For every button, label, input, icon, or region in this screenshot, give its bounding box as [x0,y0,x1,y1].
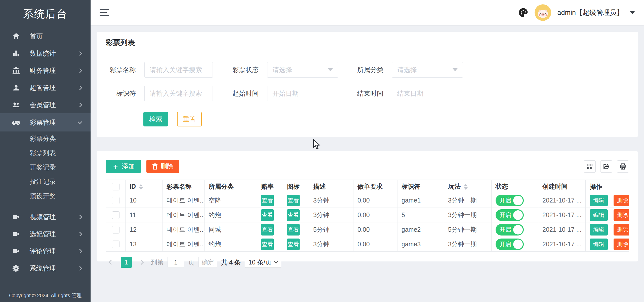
delete-button[interactable]: 删除 [614,239,629,250]
row-checkbox[interactable] [112,226,119,233]
edit-button[interactable]: 编辑 [590,209,608,221]
sidebar-item-finance[interactable]: 财务管理 [0,62,91,79]
trash-icon [152,163,158,170]
end-date-input[interactable] [392,86,463,101]
row-checkbox[interactable] [112,241,119,248]
cell-name: 데이트 이벤... [163,237,205,252]
reset-button[interactable]: 重置 [177,112,202,126]
status-toggle[interactable]: 开启 [496,239,524,250]
view-icon-button[interactable]: 查看 [287,195,300,206]
category-select[interactable]: 请选择 [392,62,463,78]
status-toggle[interactable]: 开启 [496,195,524,206]
batch-delete-button[interactable]: 删除 [146,160,179,173]
theme-palette-icon[interactable] [518,7,529,18]
row-checkbox[interactable] [112,211,119,219]
chevron-right-icon [77,266,82,271]
toggle-knob [513,210,523,220]
current-page-button[interactable]: 1 [121,257,132,268]
username-text[interactable]: admin【超级管理员】 [557,8,623,17]
view-odds-button[interactable]: 查看 [261,209,274,221]
sidebar-item-system[interactable]: 系统管理 [0,260,91,277]
sidebar-item-lottery[interactable]: 彩票管理 [0,113,91,131]
table-header-row: ID 彩票名称 所属分类 赔率 图标 描述 做单要求 标识符 玩法 状态 创建时… [106,180,629,193]
sidebar-item-statistics[interactable]: 数据统计 [0,45,91,62]
chevron-right-icon [77,51,82,56]
category-label: 所属分类 [353,65,383,74]
col-header-icon: 图标 [283,180,309,193]
view-icon-button[interactable]: 查看 [287,239,300,250]
goto-page-input[interactable] [168,257,184,268]
prev-page-button[interactable] [106,257,117,268]
sort-icon[interactable] [139,184,143,190]
col-header-id[interactable]: ID [126,180,163,193]
lottery-table: ID 彩票名称 所属分类 赔率 图标 描述 做单要求 标识符 玩法 状态 创建时… [106,180,629,252]
page-size-select[interactable]: 10 条/页 [245,257,281,268]
edit-button[interactable]: 编辑 [590,239,608,250]
chevron-down-icon [77,119,82,124]
view-icon-button[interactable]: 查看 [287,224,300,236]
cell-desc: 3分钟 [309,237,353,252]
bar-chart-icon [11,48,21,58]
lottery-name-input[interactable] [144,62,213,78]
sidebar-item-concubine[interactable]: 选妃管理 [0,225,91,243]
printer-icon [620,163,626,170]
delete-button[interactable]: 删除 [614,224,629,236]
sidebar-item-video[interactable]: 视频管理 [0,208,91,225]
export-button[interactable] [600,160,612,173]
sidebar-item-members[interactable]: 会员管理 [0,96,91,113]
view-odds-button[interactable]: 查看 [261,224,274,236]
print-button[interactable] [617,160,629,173]
cell-name: 데이트 이벤... [163,193,205,208]
sidebar-item-lottery-category[interactable]: 彩票分类 [0,131,91,146]
edit-button[interactable]: 编辑 [590,224,608,236]
sidebar-item-comments[interactable]: 评论管理 [0,243,91,260]
code-input[interactable] [144,86,213,101]
user-menu-caret-icon[interactable] [630,11,635,14]
edit-button[interactable]: 编辑 [590,195,608,206]
sidebar-item-preset-draw[interactable]: 预设开奖 [0,189,91,203]
user-avatar[interactable] [535,4,551,21]
table-card: ＋ 添加 删除 [97,151,638,261]
table-toolbar: ＋ 添加 删除 [106,160,629,173]
status-toggle[interactable]: 开启 [496,209,524,221]
col-header-play[interactable]: 玩法 [444,180,492,193]
view-icon-button[interactable]: 查看 [287,209,300,221]
user-icon [11,83,21,93]
select-all-checkbox[interactable] [112,183,119,190]
search-button[interactable]: 检索 [143,112,168,126]
row-checkbox[interactable] [112,197,119,204]
sort-icon[interactable] [464,184,468,190]
table-body: 10 데이트 이벤... 空降 查看 查看 3分钟 0.00 game1 3分钟… [106,193,629,252]
gear-icon [11,263,21,273]
bank-icon [11,65,21,76]
hamburger-menu-icon[interactable] [100,7,110,18]
cell-play: 3分钟一期 [444,237,492,252]
goto-confirm-button[interactable]: 确定 [198,257,217,268]
next-page-button[interactable] [136,257,147,268]
page-label: 页 [188,258,194,266]
column-settings-button[interactable] [584,160,596,173]
cell-requirement: 0.00 [353,193,397,208]
sidebar-item-lottery-list[interactable]: 彩票列表 [0,146,91,160]
sidebar-item-home[interactable]: 首页 [0,28,91,45]
app-title: 系统后台 [0,0,91,28]
col-header-created: 创建时间 [538,180,586,193]
cell-play: 5分钟一期 [444,222,492,237]
lottery-status-select[interactable]: 请选择 [267,62,338,78]
view-odds-button[interactable]: 查看 [261,239,274,250]
cell-code: game2 [397,222,444,237]
add-button[interactable]: ＋ 添加 [106,160,141,173]
sidebar-item-superadmin[interactable]: 超管管理 [0,79,91,96]
cell-category: 约炮 [205,237,257,252]
chevron-right-icon [77,232,82,236]
status-toggle[interactable]: 开启 [496,224,524,236]
delete-button[interactable]: 删除 [614,209,629,221]
lottery-name-label: 彩票名称 [106,65,136,74]
cell-category: 约炮 [205,208,257,222]
delete-button[interactable]: 删除 [614,195,629,206]
view-odds-button[interactable]: 查看 [261,195,274,206]
sidebar-item-bet-records[interactable]: 投注记录 [0,175,91,189]
sidebar-item-draw-records[interactable]: 开奖记录 [0,160,91,175]
table-row: 12 데이트 이벤... 同城 查看 查看 5分钟 0.00 game2 5分钟… [106,222,629,237]
start-date-input[interactable] [267,86,338,101]
